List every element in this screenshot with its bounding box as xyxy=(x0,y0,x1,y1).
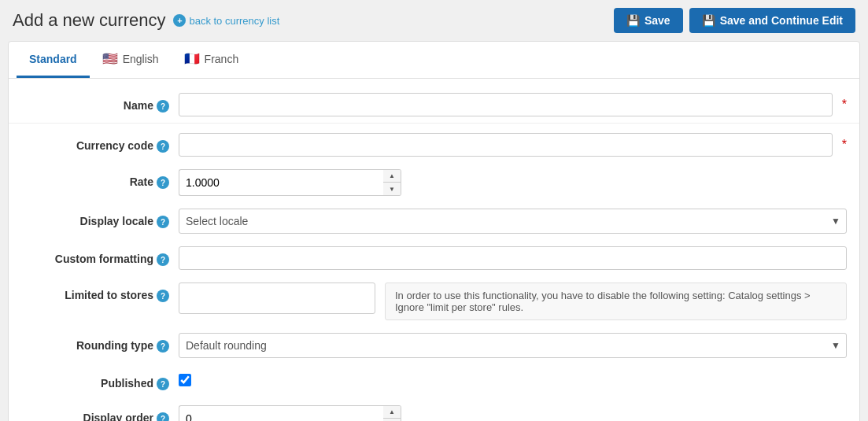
rounding-type-help-icon[interactable]: ? xyxy=(157,340,169,353)
display-order-field-value: ▲ ▼ xyxy=(179,405,847,421)
english-flag-icon: 🇺🇸 xyxy=(102,51,118,66)
save-continue-icon: 💾 xyxy=(702,14,715,27)
display-order-row: Display order ? ▲ ▼ xyxy=(9,399,859,421)
rate-increment-button[interactable]: ▲ xyxy=(383,170,401,183)
save-continue-label: Save and Continue Edit xyxy=(720,14,843,27)
page-title: Add a new currency xyxy=(13,10,165,31)
custom-formatting-input[interactable] xyxy=(179,246,847,270)
currency-code-row: Currency code ? * xyxy=(9,127,859,163)
name-input[interactable] xyxy=(179,93,833,116)
display-locale-field-value: Select locale ▼ xyxy=(179,209,847,234)
tab-bar: Standard 🇺🇸 English 🇫🇷 Franch xyxy=(9,42,859,79)
name-row: Name ? * xyxy=(9,87,859,124)
custom-formatting-label: Custom formatting ? xyxy=(21,246,179,266)
currency-code-field-value: * xyxy=(179,133,847,157)
rate-decrement-button[interactable]: ▼ xyxy=(383,183,401,195)
rate-field-value: ▲ ▼ xyxy=(179,169,847,196)
rate-row: Rate ? ▲ ▼ xyxy=(9,163,859,202)
published-checkbox[interactable] xyxy=(179,374,191,386)
display-order-label: Display order ? xyxy=(21,405,179,421)
tab-standard-label: Standard xyxy=(29,53,77,65)
display-locale-help-icon[interactable]: ? xyxy=(157,216,169,228)
back-link-text: back to currency list xyxy=(189,15,279,27)
rate-label: Rate ? xyxy=(21,169,179,189)
limited-to-stores-field-value: In order to use this functionality, you … xyxy=(179,283,847,320)
display-order-spinner: ▲ ▼ xyxy=(179,405,415,421)
limited-to-stores-input[interactable] xyxy=(179,283,375,314)
rounding-type-field-value: Default rounding ▼ xyxy=(179,333,847,358)
name-help-icon[interactable]: ? xyxy=(157,100,169,113)
currency-code-help-icon[interactable]: ? xyxy=(157,140,169,153)
rounding-type-select-wrapper: Default rounding ▼ xyxy=(179,333,847,358)
display-locale-row: Display locale ? Select locale ▼ xyxy=(9,202,859,240)
limited-stores-section: In order to use this functionality, you … xyxy=(179,283,847,320)
tab-english-label: English xyxy=(123,53,159,65)
published-help-icon[interactable]: ? xyxy=(157,378,169,390)
display-order-spinner-buttons: ▲ ▼ xyxy=(383,405,401,421)
name-label: Name ? xyxy=(21,93,179,113)
tab-standard[interactable]: Standard xyxy=(17,42,90,78)
currency-code-label: Currency code ? xyxy=(21,133,179,153)
name-required-star: * xyxy=(842,93,847,112)
published-row: Published ? xyxy=(9,364,859,399)
rate-spinner-buttons: ▲ ▼ xyxy=(383,169,401,196)
custom-formatting-field-value xyxy=(179,246,847,270)
display-locale-select[interactable]: Select locale xyxy=(179,209,847,234)
stores-notice-text: In order to use this functionality, you … xyxy=(395,290,811,313)
rounding-type-label: Rounding type ? xyxy=(21,333,179,353)
published-label: Published ? xyxy=(21,371,179,390)
top-bar: Add a new currency + back to currency li… xyxy=(0,0,868,41)
display-locale-label: Display locale ? xyxy=(21,209,179,228)
custom-formatting-row: Custom formatting ? xyxy=(9,240,859,276)
back-circle-icon: + xyxy=(173,14,186,27)
published-field-value xyxy=(179,371,847,386)
display-order-help-icon[interactable]: ? xyxy=(157,412,169,421)
limited-to-stores-row: Limited to stores ? In order to use this… xyxy=(9,276,859,327)
limited-stores-notice: In order to use this functionality, you … xyxy=(385,283,847,320)
rate-input[interactable] xyxy=(179,169,383,196)
currency-code-input[interactable] xyxy=(179,133,833,157)
display-order-increment-button[interactable]: ▲ xyxy=(383,406,401,419)
tab-franch[interactable]: 🇫🇷 Franch xyxy=(172,42,252,78)
custom-formatting-help-icon[interactable]: ? xyxy=(157,253,169,266)
rounding-type-select[interactable]: Default rounding xyxy=(179,333,847,358)
rounding-type-row: Rounding type ? Default rounding ▼ xyxy=(9,327,859,364)
limited-to-stores-label: Limited to stores ? xyxy=(21,283,179,302)
save-icon: 💾 xyxy=(626,14,640,27)
display-locale-select-wrapper: Select locale ▼ xyxy=(179,209,847,234)
rate-spinner: ▲ ▼ xyxy=(179,169,415,196)
save-label: Save xyxy=(645,14,670,27)
rate-help-icon[interactable]: ? xyxy=(157,176,169,189)
tab-franch-label: Franch xyxy=(205,53,239,65)
name-field-value: * xyxy=(179,93,847,116)
franch-flag-icon: 🇫🇷 xyxy=(184,51,200,66)
main-content: Standard 🇺🇸 English 🇫🇷 Franch Name ? * xyxy=(8,41,860,421)
top-bar-left: Add a new currency + back to currency li… xyxy=(13,10,279,31)
back-to-currency-list-link[interactable]: + back to currency list xyxy=(173,14,279,27)
published-checkbox-wrapper xyxy=(179,371,191,386)
save-button[interactable]: 💾 Save xyxy=(614,8,683,33)
limited-to-stores-help-icon[interactable]: ? xyxy=(157,290,169,302)
top-bar-actions: 💾 Save 💾 Save and Continue Edit xyxy=(614,8,855,33)
save-continue-button[interactable]: 💾 Save and Continue Edit xyxy=(689,8,855,33)
currency-code-required-star: * xyxy=(842,133,847,152)
display-order-input[interactable] xyxy=(179,405,383,421)
tab-english[interactable]: 🇺🇸 English xyxy=(90,42,172,78)
form-area: Name ? * Currency code ? * Rate ? xyxy=(9,79,859,421)
